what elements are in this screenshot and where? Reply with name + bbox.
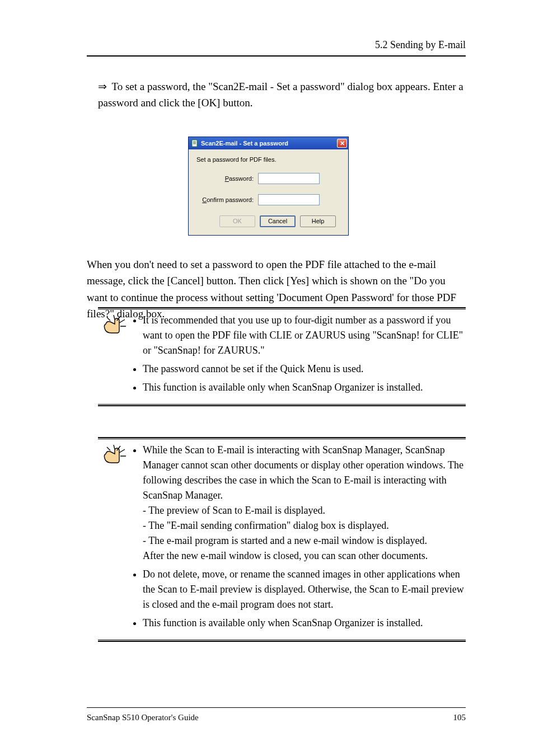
page-footer: ScanSnap S510 Operator's Guide 105: [87, 713, 466, 722]
lead-text: To set a password, the "Scan2E-mail - Se…: [98, 81, 463, 109]
note-item: This function is available only when Sca…: [143, 380, 466, 395]
dialog-title: Scan2E-mail - Set a password: [201, 140, 337, 147]
set-password-dialog: Scan2E-mail - Set a password ✕ Set a pas…: [188, 137, 349, 236]
dialog-titlebar[interactable]: Scan2E-mail - Set a password ✕: [189, 137, 348, 149]
close-icon[interactable]: ✕: [337, 139, 347, 148]
note-box-1: It is recommended that you use up to fou…: [98, 307, 466, 406]
section-title: 5.2 Sending by E-mail: [87, 39, 466, 51]
note-box-2: While the Scan to E-mail is interacting …: [98, 437, 466, 642]
note-item: While the Scan to E-mail is interacting …: [143, 443, 466, 564]
page-header: 5.2 Sending by E-mail: [87, 39, 466, 57]
arrow-icon: ⇒: [98, 78, 109, 95]
note-1-list: It is recommended that you use up to fou…: [133, 313, 466, 398]
password-label: Password:: [196, 175, 258, 182]
note-rule-bottom: [98, 404, 466, 406]
dialog-body: Set a password for PDF files. Password: …: [189, 149, 348, 235]
password-input[interactable]: [258, 173, 320, 184]
footer-rule: [87, 707, 466, 708]
footer-page-number: 105: [453, 713, 466, 722]
header-rule: [87, 55, 466, 57]
confirm-row: Confirm password:: [196, 194, 340, 205]
note-item: This function is available only when Sca…: [143, 616, 466, 631]
password-row: Password:: [196, 173, 340, 184]
help-button[interactable]: Help: [300, 215, 336, 227]
confirm-password-input[interactable]: [258, 194, 320, 205]
note-item: Do not delete, move, or rename the scann…: [143, 567, 466, 612]
note-rule-bottom: [98, 640, 466, 642]
dialog-instruction: Set a password for PDF files.: [196, 156, 340, 163]
document-icon: [191, 139, 199, 147]
cancel-button[interactable]: Cancel: [260, 215, 296, 227]
note-item: It is recommended that you use up to fou…: [143, 313, 466, 358]
note-item: The password cannot be set if the Quick …: [143, 361, 466, 377]
svg-rect-0: [192, 140, 197, 147]
footer-left: ScanSnap S510 Operator's Guide: [87, 713, 199, 722]
note-2-list: While the Scan to E-mail is interacting …: [133, 443, 466, 634]
confirm-password-label: Confirm password:: [196, 196, 258, 203]
lead-paragraph: ⇒ To set a password, the "Scan2E-mail - …: [98, 78, 466, 111]
dialog-button-row: OK Cancel Help: [196, 215, 340, 227]
pointing-finger-icon: [98, 313, 133, 398]
ok-button[interactable]: OK: [219, 215, 255, 227]
pointing-finger-icon: [98, 443, 133, 634]
